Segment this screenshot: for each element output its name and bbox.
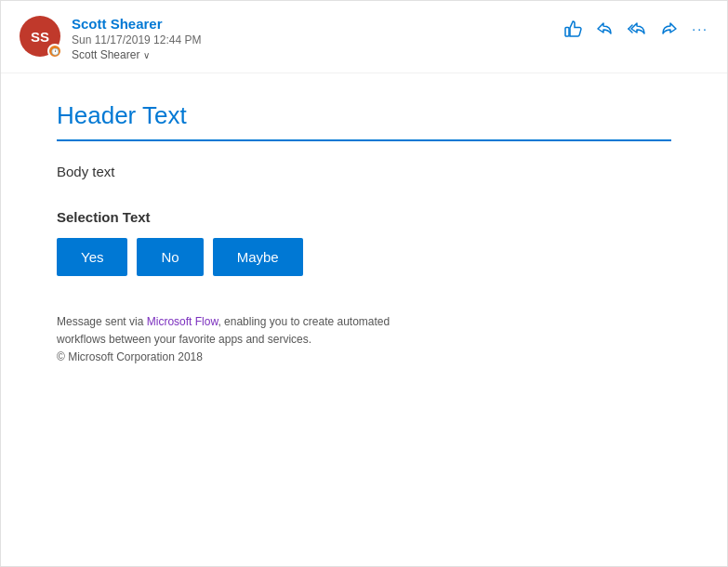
sender-date: Sun 11/17/2019 12:44 PM (72, 33, 201, 46)
email-header: SS 🕐 Scott Shearer Sun 11/17/2019 12:44 … (1, 1, 727, 73)
avatar: SS 🕐 (20, 16, 60, 57)
reply-all-icon[interactable] (627, 20, 647, 38)
footer-line-3: © Microsoft Corporation 2018 (57, 349, 671, 366)
svg-rect-0 (565, 28, 569, 37)
selection-buttons: Yes No Maybe (57, 238, 671, 276)
email-container: SS 🕐 Scott Shearer Sun 11/17/2019 12:44 … (0, 0, 728, 567)
sender-details: Scott Shearer Sun 11/17/2019 12:44 PM Sc… (72, 16, 201, 61)
no-button[interactable]: No (137, 238, 203, 276)
footer-pre-text: Message sent via (57, 315, 147, 328)
selection-label: Selection Text (57, 209, 671, 225)
email-body: Header Text Body text Selection Text Yes… (1, 73, 727, 566)
header-divider (57, 139, 671, 141)
email-footer: Message sent via Microsoft Flow, enablin… (57, 313, 671, 367)
footer-line-1: Message sent via Microsoft Flow, enablin… (57, 313, 671, 331)
avatar-initials: SS (31, 29, 49, 45)
sender-name[interactable]: Scott Shearer (72, 16, 201, 32)
microsoft-flow-link[interactable]: Microsoft Flow (147, 315, 218, 328)
reply-icon[interactable] (595, 20, 614, 38)
like-icon[interactable] (563, 20, 582, 38)
forward-icon[interactable] (660, 20, 679, 38)
more-icon[interactable]: ··· (692, 21, 708, 36)
footer-post-text: , enabling you to create automated (218, 315, 390, 328)
body-text: Body text (57, 164, 671, 179)
avatar-badge: 🕐 (47, 44, 62, 59)
sender-to[interactable]: Scott Shearer ∨ (72, 48, 201, 61)
clock-icon: 🕐 (51, 48, 60, 55)
sender-info: SS 🕐 Scott Shearer Sun 11/17/2019 12:44 … (20, 16, 201, 61)
sender-to-name: Scott Shearer (72, 48, 139, 61)
email-actions: ··· (563, 16, 708, 38)
selection-section: Selection Text Yes No Maybe (57, 209, 671, 276)
yes-button[interactable]: Yes (57, 238, 127, 276)
email-header-text: Header Text (57, 101, 671, 130)
footer-line-2: workflows between your favorite apps and… (57, 331, 671, 349)
maybe-button[interactable]: Maybe (213, 238, 303, 276)
chevron-down-icon: ∨ (143, 50, 150, 60)
